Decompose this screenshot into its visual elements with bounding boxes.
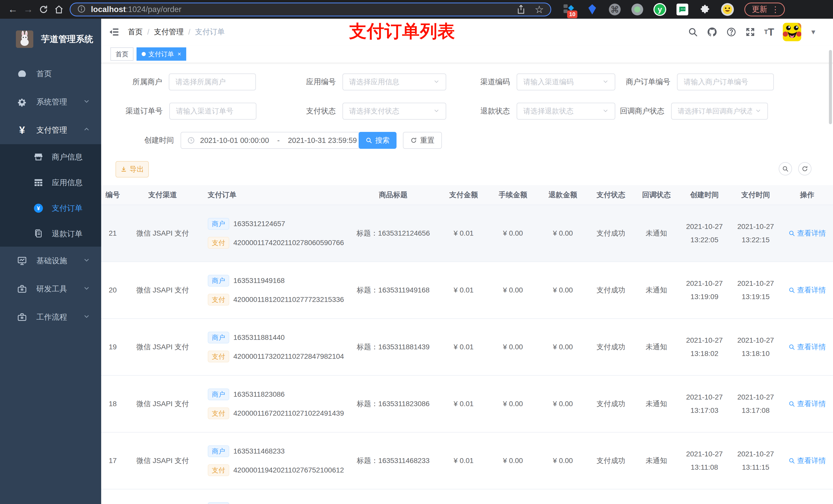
chevron-down-icon [83,98,90,106]
cell-create-time: 2021-10-2713:22:05 [679,220,730,247]
table-body: 21 微信 JSAPI 支付 商户 1635312124657 支付 42000… [101,205,833,504]
sidebar-fold-icon[interactable] [109,26,120,38]
extension-pin-icon[interactable] [586,3,599,16]
merchant-select[interactable] [169,73,256,90]
cell-notify-status: 未通知 [634,456,679,465]
view-detail-link[interactable]: 查看详情 [788,229,826,238]
reset-button[interactable]: 重置 [403,132,442,149]
refresh-table-button[interactable] [798,162,811,175]
create-time-range-picker[interactable]: 2021-10-01 00:00:00 - 2021-10-31 23:59:5… [181,132,360,149]
tag-close-icon[interactable]: × [177,50,181,57]
sidebar-item-system[interactable]: 系统管理 [0,88,101,116]
tag-pay-order[interactable]: 支付订单 × [137,47,186,61]
share-icon[interactable] [517,5,525,14]
cell-actions: 查看详情 [781,285,833,295]
sidebar-item-pay-order[interactable]: ¥ 支付订单 [0,195,101,221]
cell-actions: 查看详情 [781,399,833,409]
search-icon[interactable] [688,27,698,37]
extension-y-icon[interactable]: y [653,3,667,16]
pay-status-select[interactable]: 请选择支付状态 [342,103,446,120]
cell-pay-status: 支付成功 [588,285,634,295]
view-detail-link[interactable]: 查看详情 [788,285,826,295]
fullscreen-icon[interactable] [745,27,755,37]
breadcrumb-home[interactable]: 首页 [128,27,143,37]
shop-icon [33,152,44,162]
extension-chat-icon[interactable] [676,3,689,16]
cell-order-id: 21 [101,229,124,237]
app-logo-row: 芋道管理系统 [0,19,101,60]
chevron-down-icon [433,78,439,86]
merchant-order-no-input[interactable] [684,78,767,86]
breadcrumb: 首页 / 支付管理 / 支付订单 [128,27,224,37]
sidebar-item-refund-order[interactable]: 退款订单 [0,221,101,247]
view-detail-link[interactable]: 查看详情 [788,399,826,409]
toggle-search-button[interactable] [779,162,792,175]
refund-status-select[interactable]: 请选择退款状态 [517,103,615,120]
dashboard-icon [16,69,28,79]
site-info-icon[interactable] [77,5,86,14]
cell-create-time: 2021-10-2713:18:02 [679,334,730,360]
address-bar[interactable]: localhost:1024/pay/order ☆ [70,3,551,16]
view-detail-link[interactable]: 查看详情 [788,456,826,465]
extension-record-icon[interactable] [630,3,644,16]
scrollbar-thumb[interactable] [829,50,832,124]
sidebar-item-workflow[interactable]: 工作流程 [0,303,101,331]
merchant-tag: 商户 [208,446,229,457]
github-icon[interactable] [707,27,717,38]
extension-command-icon[interactable]: ⌘ [608,3,621,16]
user-avatar[interactable] [783,23,801,41]
cell-fee-amount: ¥ 0.00 [488,286,538,294]
channel-order-no-field[interactable] [169,103,256,120]
browser-forward-icon[interactable]: → [21,2,36,17]
briefcase-icon [16,312,28,322]
breadcrumb-pay-mgmt[interactable]: 支付管理 [154,27,184,37]
table-row: 18 微信 JSAPI 支付 商户 1635311823086 支付 42000… [101,376,833,433]
sidebar-item-merchant-info[interactable]: 商户信息 [0,144,101,170]
browser-home-icon[interactable] [51,2,67,17]
cell-refund-amount: ¥ 0.00 [538,457,588,465]
chevron-down-icon [83,256,90,265]
view-detail-link[interactable]: 查看详情 [788,342,826,352]
browser-update-button[interactable]: 更新 ⋮ [744,3,785,16]
browser-reload-icon[interactable] [36,2,51,17]
help-icon[interactable] [726,27,736,37]
cell-pay-time: 2021-10-2713:11:15 [730,448,781,474]
notify-status-select[interactable]: 请选择订单回调商户状态 [671,103,768,120]
user-menu-caret-icon[interactable]: ▼ [810,28,817,36]
merchant-tag: 商户 [208,388,229,400]
export-button[interactable]: 导出 [116,161,149,177]
search-button[interactable]: 搜索 [359,132,397,149]
cell-pay-status: 支付成功 [588,399,634,409]
tag-home[interactable]: 首页 [111,47,134,61]
extensions-puzzle-icon[interactable] [698,3,712,16]
sidebar-item-dev-tools[interactable]: 研发工具 [0,275,101,303]
cell-product-title: 标题：1635311949168 [347,285,439,295]
table-row: 20 微信 JSAPI 支付 商户 1635311949168 支付 42000… [101,262,833,319]
channel-order-no-input[interactable] [176,107,250,115]
breadcrumb-current: 支付订单 [195,27,224,37]
table-row: 19 微信 JSAPI 支付 商户 1635311881440 支付 42000… [101,319,833,376]
browser-back-icon[interactable]: ← [5,2,21,17]
filter-label-app: 应用编号 [306,77,336,87]
font-size-icon[interactable]: TT [764,27,774,37]
sidebar-item-payment[interactable]: ¥ 支付管理 [0,116,101,144]
browser-menu-icon[interactable]: ⋮ [771,5,780,14]
cell-pay-channel: 微信 JSAPI 支付 [124,229,201,238]
profile-avatar[interactable] [721,3,734,16]
cell-pay-amount: ¥ 0.01 [439,286,488,294]
merchant-order-no-field[interactable] [677,73,774,90]
extension-diamond-icon[interactable]: ◆ 10 [563,3,576,16]
filter-form: 所属商户 应用编号 请选择应用信息 渠道编码 请输入渠道编码 [101,70,833,160]
cell-pay-order: 商户 1635311468233 支付 42000011942021102767… [201,438,347,483]
bookmark-star-icon[interactable]: ☆ [534,4,544,15]
chevron-down-icon [602,107,609,115]
sidebar-item-home[interactable]: 首页 [0,60,101,88]
app-select[interactable]: 请选择应用信息 [342,73,446,90]
cell-refund-amount: ¥ 0.00 [538,286,588,294]
sidebar-item-infrastructure[interactable]: 基础设施 [0,247,101,275]
channel-code-select[interactable]: 请输入渠道编码 [517,73,615,90]
sidebar-item-app-info[interactable]: 应用信息 [0,170,101,195]
filter-label-merchant-order-no: 商户订单编号 [626,77,670,87]
merchant-input[interactable] [175,78,249,86]
date-range-start: 2021-10-01 00:00:00 [200,136,269,145]
